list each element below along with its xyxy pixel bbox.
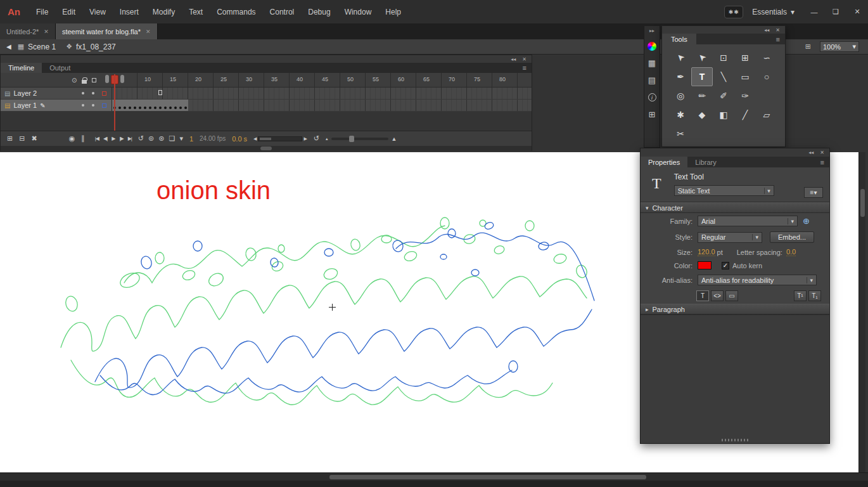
eraser-tool[interactable]: ▱ — [756, 105, 777, 124]
collapse-panel-icon[interactable]: ◂◂ — [808, 150, 814, 155]
rectangle-tool[interactable]: ▭ — [734, 67, 756, 86]
font-size-value[interactable]: 120.0 — [698, 248, 715, 256]
onion-skin-button[interactable]: ⊚ — [148, 134, 154, 143]
font-family-dropdown[interactable]: Arial ▾ — [698, 216, 798, 226]
play-button[interactable]: ▶ — [112, 136, 115, 141]
tab-library[interactable]: Library — [687, 157, 724, 167]
character-section-header[interactable]: ▾ Character — [641, 202, 829, 213]
new-folder-button[interactable]: ⊟ — [19, 134, 25, 143]
selectable-text-button[interactable]: T — [696, 290, 709, 301]
timeline-zoom-slider[interactable] — [331, 138, 388, 140]
timeline-scrollbar-thumb[interactable] — [260, 146, 272, 150]
superscript-button[interactable]: T¹ — [794, 290, 807, 301]
onion-skin-start-handle[interactable] — [105, 75, 109, 83]
gradient-transform-tool[interactable]: ⊞ — [734, 48, 756, 67]
back-arrow-icon[interactable]: ◀ — [0, 43, 18, 50]
layer-visibility-dot[interactable] — [82, 104, 84, 107]
paint-bucket-tool[interactable]: ◧ — [713, 105, 734, 124]
menu-edit[interactable]: Edit — [55, 0, 82, 23]
step-back-button[interactable]: ◀| — [103, 136, 107, 141]
menu-view[interactable]: View — [82, 0, 113, 23]
free-transform-tool[interactable]: ⊡ — [713, 48, 734, 67]
info-panel-icon[interactable]: i — [644, 89, 660, 106]
primitive-oval-tool[interactable]: ◎ — [670, 86, 691, 105]
collapse-panel-icon[interactable]: ◂◂ — [764, 27, 769, 33]
layer2-frames[interactable] — [112, 88, 532, 99]
close-button[interactable]: ✕ — [846, 0, 868, 23]
go-to-first-frame-button[interactable]: |◀ — [95, 136, 99, 141]
tab-close-icon[interactable]: ✕ — [146, 29, 151, 35]
render-html-button[interactable]: <> — [711, 290, 724, 301]
panel-menu-icon[interactable]: ≡ — [523, 63, 532, 73]
color-panel-icon[interactable] — [644, 37, 660, 55]
lasso-tool[interactable]: ∽ — [756, 48, 777, 67]
width-tool[interactable]: ✂ — [670, 124, 691, 143]
onion-skin-text-object[interactable]: onion skin — [156, 176, 271, 205]
timeline-horizontal-scrollbar[interactable] — [1, 146, 532, 151]
menu-help[interactable]: Help — [378, 0, 408, 23]
mini-scrollbar-thumb[interactable] — [260, 138, 271, 140]
layer-depth-button[interactable]: ∥ — [81, 134, 85, 143]
menu-modify[interactable]: Modify — [146, 0, 182, 23]
lock-column-icon[interactable] — [82, 80, 87, 84]
expand-panels-icon[interactable]: ▸▸ — [649, 26, 654, 37]
text-type-dropdown[interactable]: Static Text ▾ — [674, 185, 774, 196]
frame-rate-value[interactable]: 24.00 fps — [200, 135, 226, 142]
menu-file[interactable]: File — [29, 0, 55, 23]
delete-layer-button[interactable]: ✖ — [31, 134, 37, 143]
horizontal-scrollbar-thumb[interactable] — [329, 475, 646, 479]
animate-logo[interactable]: An — [0, 6, 29, 17]
layer-name[interactable]: Layer 1 — [13, 101, 37, 109]
tab-properties[interactable]: Properties — [641, 157, 687, 167]
layer1-frames[interactable] — [112, 100, 532, 111]
zoom-slider-thumb[interactable] — [349, 136, 354, 142]
loop-button[interactable]: ↺ — [138, 134, 144, 143]
edit-symbols-icon[interactable]: ⊞ — [805, 42, 811, 51]
line-tool[interactable]: ╲ — [713, 67, 734, 86]
text-tool[interactable]: T — [691, 67, 713, 86]
embed-button[interactable]: Embed... — [770, 231, 814, 243]
paint-brush-tool[interactable]: ✑ — [734, 86, 756, 105]
tab-close-icon[interactable]: ✕ — [44, 29, 49, 35]
tab-output[interactable]: Output — [42, 63, 78, 73]
menu-insert[interactable]: Insert — [113, 0, 146, 23]
outline-column-icon[interactable] — [92, 78, 96, 82]
minimize-button[interactable]: — — [803, 0, 825, 23]
tab-timeline[interactable]: Timeline — [1, 63, 42, 73]
zoom-level-combo[interactable]: 100% ▾ — [820, 41, 859, 52]
subselection-tool[interactable]: ➤ — [691, 48, 713, 67]
panel-menu-icon[interactable]: ≡ — [776, 34, 785, 44]
vertical-scrollbar-thumb[interactable] — [860, 189, 865, 217]
menu-window[interactable]: Window — [338, 0, 379, 23]
stage-horizontal-scrollbar[interactable] — [0, 472, 868, 481]
timeline-mini-scrollbar[interactable]: ◀ ▶ — [253, 136, 307, 141]
layer-row-1[interactable]: ▤ Layer 1 ✎ — [1, 100, 532, 112]
close-panel-icon[interactable]: ✕ — [775, 27, 780, 33]
pencil-tool[interactable]: ✏ — [691, 86, 713, 105]
auto-kern-checkbox[interactable]: ✓ — [722, 262, 729, 269]
letter-spacing-value[interactable]: 0.0 — [786, 248, 796, 256]
close-panel-icon[interactable]: ✕ — [820, 150, 824, 155]
restore-button[interactable]: ❏ — [825, 0, 846, 23]
panel-menu-icon[interactable]: ≡ — [820, 157, 829, 167]
zoom-in-frames-icon[interactable]: ▲ — [392, 136, 397, 142]
tab-steemit-water[interactable]: steemit water for blog.fla* ✕ — [56, 23, 158, 39]
pen-tool[interactable]: ✒ — [670, 67, 691, 86]
show-border-button[interactable]: ▭ — [725, 290, 738, 301]
onion-skin-outlines-button[interactable]: ⊛ — [158, 134, 164, 143]
brush-tool[interactable]: ✐ — [713, 86, 734, 105]
scene-breadcrumb[interactable]: Scene 1 — [28, 42, 56, 51]
menu-commands[interactable]: Commands — [210, 0, 262, 23]
collapse-panel-icon[interactable]: ◂◂ — [511, 56, 516, 62]
transform-panel-icon[interactable]: ⊞ — [644, 106, 660, 123]
menu-text[interactable]: Text — [182, 0, 210, 23]
panel-resize-grip[interactable] — [641, 437, 829, 443]
close-panel-icon[interactable]: ✕ — [522, 56, 527, 62]
menu-control[interactable]: Control — [263, 0, 302, 23]
reset-timeline-zoom-button[interactable]: ↺ — [314, 134, 319, 143]
new-layer-button[interactable]: ⊞ — [7, 134, 13, 143]
typekit-globe-icon[interactable]: ⊕ — [801, 216, 811, 226]
step-forward-button[interactable]: |▶ — [119, 136, 123, 141]
sparkles-icon[interactable]: ✱✱ — [724, 6, 743, 18]
swatches-panel-icon[interactable]: ▦ — [644, 55, 660, 72]
